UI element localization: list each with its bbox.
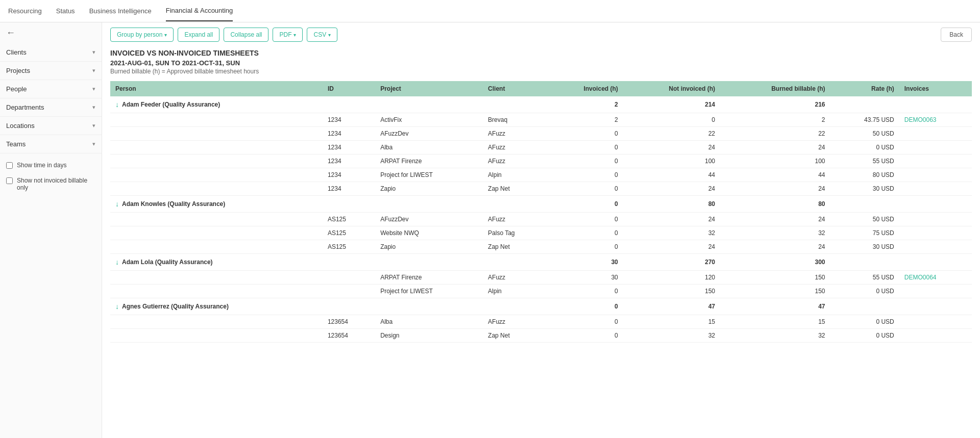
nav-business-intelligence[interactable]: Business Intelligence: [89, 1, 152, 21]
group-project-empty: [375, 298, 483, 315]
table-row: 1234 ARPAT Firenze AFuzz 0 100 100 55 US…: [110, 154, 972, 168]
row-rate: 30 USD: [830, 182, 899, 196]
expand-all-label: Expand all: [184, 31, 213, 38]
expand-group-icon[interactable]: ↓: [115, 200, 119, 208]
row-client: AFuzz: [483, 271, 547, 285]
row-id: 123654: [323, 315, 375, 329]
row-invoice[interactable]: DEMO0064: [899, 271, 972, 285]
row-person: [110, 154, 323, 168]
table-wrap: Person ID Project Client Invoiced (h) No…: [102, 81, 980, 343]
sidebar-filter-locations[interactable]: Locations ▾: [0, 117, 102, 135]
col-client: Client: [483, 81, 547, 96]
group-name: ↓ Adam Feeder (Quality Assurance): [110, 96, 323, 113]
chevron-down-icon: ▾: [92, 67, 95, 74]
sidebar-filter-departments[interactable]: Departments ▾: [0, 98, 102, 117]
row-invoiced: 0: [547, 141, 623, 154]
col-person: Person: [110, 81, 323, 96]
group-not-invoiced: 270: [623, 254, 720, 271]
group-project-empty: [375, 254, 483, 271]
row-project: Alba: [375, 141, 483, 154]
show-time-days-checkbox[interactable]: Show time in days: [0, 158, 102, 173]
invoice-link[interactable]: DEMO0063: [904, 116, 937, 123]
row-not-invoiced: 24: [623, 240, 720, 254]
row-not-invoiced: 24: [623, 141, 720, 154]
sidebar-filter-projects[interactable]: Projects ▾: [0, 62, 102, 80]
expand-group-icon[interactable]: ↓: [115, 100, 119, 109]
row-id: AS125: [323, 213, 375, 226]
row-burned: 24: [720, 240, 830, 254]
row-project: ARPAT Firenze: [375, 154, 483, 168]
group-name: ↓ Adam Lola (Quality Assurance): [110, 254, 323, 270]
report-title: INVOICED VS NON-INVOICED TIMESHEETS: [110, 49, 972, 57]
collapse-all-button[interactable]: Collapse all: [224, 28, 268, 42]
group-invoices-empty: [899, 196, 972, 213]
row-id: [323, 271, 375, 285]
row-project: ActivFix: [375, 113, 483, 127]
chevron-down-icon: ▾: [92, 104, 95, 111]
group-by-person-label: Group by person: [117, 31, 162, 38]
group-by-person-button[interactable]: Group by person ▾: [110, 28, 174, 42]
invoice-link[interactable]: DEMO0064: [904, 274, 937, 281]
sidebar-filter-teams[interactable]: Teams ▾: [0, 135, 102, 153]
sidebar-filter-people[interactable]: People ▾: [0, 80, 102, 98]
nav-financial-accounting[interactable]: Financial & Accounting: [166, 1, 233, 21]
sidebar-filter-clients[interactable]: Clients ▾: [0, 43, 102, 62]
group-not-invoiced: 214: [623, 96, 720, 113]
row-id: 1234: [323, 113, 375, 127]
row-invoice[interactable]: DEMO0063: [899, 113, 972, 127]
row-project: Zapio: [375, 182, 483, 196]
csv-button[interactable]: CSV ▾: [307, 28, 337, 42]
row-invoiced: 0: [547, 168, 623, 182]
back-arrow-icon: ←: [6, 28, 15, 38]
toolbar-left: Group by person ▾ Expand all Collapse al…: [110, 28, 337, 42]
row-rate: 43.75 USD: [830, 113, 899, 127]
row-client: Zap Net: [483, 240, 547, 254]
row-not-invoiced: 32: [623, 329, 720, 343]
row-invoiced: 0: [547, 213, 623, 226]
row-client: Zap Net: [483, 329, 547, 343]
row-burned: 15: [720, 315, 830, 329]
row-invoice: [899, 154, 972, 168]
group-invoices-empty: [899, 298, 972, 315]
expand-group-icon[interactable]: ↓: [115, 258, 119, 266]
pdf-button[interactable]: PDF ▾: [273, 28, 303, 42]
row-invoice: [899, 141, 972, 154]
row-rate: 55 USD: [830, 154, 899, 168]
sidebar-filter-projects-label: Projects: [6, 67, 30, 74]
toolbar: Group by person ▾ Expand all Collapse al…: [102, 22, 980, 47]
nav-resourcing[interactable]: Resourcing: [8, 1, 42, 21]
row-client: Alpin: [483, 168, 547, 182]
back-button[interactable]: ←: [0, 22, 102, 43]
show-not-invoiced-input[interactable]: [6, 177, 13, 184]
caret-down-icon: ▾: [293, 32, 296, 38]
expand-group-icon[interactable]: ↓: [115, 302, 119, 311]
nav-status[interactable]: Status: [56, 1, 75, 21]
row-person: [110, 271, 323, 285]
row-invoiced: 0: [547, 182, 623, 196]
show-not-invoiced-checkbox[interactable]: Show not invoiced billable only: [0, 173, 102, 195]
table-row: AS125 Zapio Zap Net 0 24 24 30 USD: [110, 240, 972, 254]
collapse-all-label: Collapse all: [230, 31, 262, 38]
row-person: [110, 226, 323, 240]
group-project-empty: [375, 196, 483, 213]
col-id: ID: [323, 81, 375, 96]
table-row: 1234 AFuzzDev AFuzz 0 22 22 50 USD: [110, 127, 972, 141]
group-id-empty: [323, 254, 375, 271]
row-invoice: [899, 226, 972, 240]
group-project-empty: [375, 96, 483, 113]
show-time-days-input[interactable]: [6, 162, 13, 169]
group-invoices-empty: [899, 254, 972, 271]
col-burned: Burned billable (h): [720, 81, 830, 96]
expand-all-button[interactable]: Expand all: [178, 28, 219, 42]
row-invoice: [899, 240, 972, 254]
group-invoiced: 0: [547, 298, 623, 315]
group-rate-empty: [830, 196, 899, 213]
row-person: [110, 182, 323, 196]
group-burned: 80: [720, 196, 830, 213]
row-rate: 0 USD: [830, 315, 899, 329]
row-invoice: [899, 127, 972, 141]
back-button[interactable]: Back: [941, 28, 972, 42]
group-not-invoiced: 80: [623, 196, 720, 213]
row-project: AFuzzDev: [375, 213, 483, 226]
row-id: AS125: [323, 240, 375, 254]
